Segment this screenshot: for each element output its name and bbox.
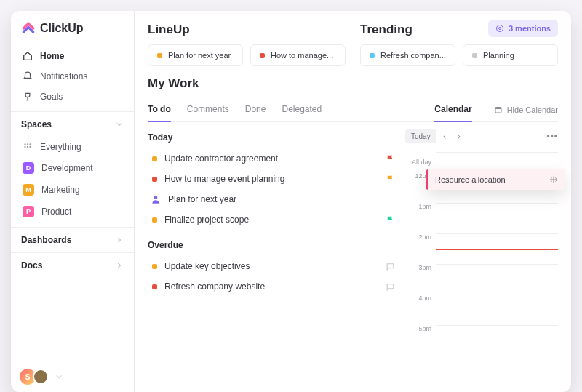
trending-item[interactable]: Planning [463,44,558,66]
trophy-icon [23,92,33,102]
trending-item-label: Refresh compan... [380,51,446,60]
lineup-item-label: Plan for next year [168,51,231,60]
hide-calendar-button[interactable]: Hide Calendar [494,105,558,114]
task-row[interactable]: Plan for next year [148,189,395,209]
flag-icon [386,154,395,164]
chevron-right-icon [115,236,124,244]
task-row[interactable]: How to manage event planning [148,169,395,189]
space-product[interactable]: P Product [17,201,128,223]
hour-label: 1pm [405,203,436,210]
trending-section: 3 mentions Trending Refresh compan... Pl… [360,23,558,66]
flag-icon [386,215,395,225]
task-label: Plan for next year [168,194,395,204]
status-dot [152,156,157,161]
user-avatars[interactable]: S [11,361,134,392]
task-label: Refresh company website [164,281,378,292]
nav-notifications-label: Notifications [40,71,87,81]
status-dot [370,53,375,58]
svg-point-7 [498,28,501,30]
space-marketing-label: Marketing [41,185,80,195]
nav-home-label: Home [40,51,64,61]
chevron-left-icon [441,133,448,140]
tab-comments[interactable]: Comments [187,98,229,121]
space-badge: D [23,162,34,174]
nav-goals-label: Goals [40,92,63,102]
hour-label: 5pm [405,325,436,332]
trending-item[interactable]: Refresh compan... [360,44,455,66]
nav-goals[interactable]: Goals [17,87,128,107]
tab-delegated[interactable]: Delegated [282,98,322,121]
svg-point-0 [24,143,25,145]
lineup-title: LineUp [148,23,346,37]
space-everything-label: Everything [40,142,81,152]
chevron-down-icon [115,120,124,129]
hour-label: 3pm [405,264,436,271]
svg-point-6 [496,25,503,32]
status-dot [157,53,162,58]
hour-label: 4pm [405,295,436,302]
task-row[interactable]: Update contractor agreement [148,148,395,169]
dashboards-label: Dashboards [21,235,71,245]
calendar-allday-label: All day [405,156,436,166]
svg-point-9 [154,196,158,199]
calendar-grid: All day Resource allocation 12pm 1pm 2pm… [405,152,558,356]
logo[interactable]: ClickUp [11,21,134,46]
person-icon [151,194,161,204]
spaces-list: Everything D Development M Marketing P P… [11,137,134,223]
group-today: Today [148,132,395,143]
sidebar: ClickUp Home Notifications Goals Spaces [11,11,135,392]
calendar-more-button[interactable]: ••• [546,132,558,142]
spaces-header[interactable]: Spaces [11,111,134,137]
space-badge: P [23,206,34,217]
space-marketing[interactable]: M Marketing [17,179,128,201]
trending-item-label: Planning [483,51,514,60]
tab-done[interactable]: Done [245,98,266,121]
calendar-prev-button[interactable] [438,130,451,143]
nav-notifications[interactable]: Notifications [17,66,128,87]
docs-header[interactable]: Docs [11,252,134,278]
bell-icon [23,71,33,81]
chevron-right-icon [455,133,463,140]
event-title: Resource allocation [435,175,506,184]
chat-icon [386,262,395,271]
mentions-text: 3 mentions [509,24,551,33]
tab-todo[interactable]: To do [148,98,171,121]
calendar-event[interactable]: Resource allocation [426,169,565,190]
main-content: LineUp Plan for next year How to manage.… [135,11,571,392]
move-icon [549,175,558,184]
status-dot [152,217,157,223]
tab-calendar[interactable]: Calendar [434,98,471,121]
space-everything[interactable]: Everything [17,137,128,157]
my-work-title: My Work [148,76,558,91]
nav-home[interactable]: Home [17,46,128,66]
status-dot [152,284,157,289]
calendar-icon [494,105,503,114]
space-badge: M [23,184,34,196]
task-row[interactable]: Update key objectives [148,256,395,276]
calendar-next-button[interactable] [453,130,466,143]
status-dot [260,53,265,58]
space-development[interactable]: D Development [17,157,128,179]
task-label: Update key objectives [164,261,378,271]
lineup-item[interactable]: How to manage... [250,44,346,66]
task-row[interactable]: Refresh company website [148,276,395,297]
avatar [33,369,49,385]
svg-point-4 [27,146,28,148]
hour-label: 2pm [405,233,436,241]
task-label: Update contractor agreement [164,153,378,164]
top-row: LineUp Plan for next year How to manage.… [148,23,558,66]
docs-label: Docs [21,260,42,271]
svg-point-3 [24,146,25,148]
mentions-badge[interactable]: 3 mentions [488,20,558,37]
primary-nav: Home Notifications Goals [11,46,134,107]
task-label: Finalize project scope [164,215,378,225]
work-body: Today Update contractor agreement How to… [148,122,558,356]
calendar-today-button[interactable]: Today [405,129,436,143]
lineup-item[interactable]: Plan for next year [148,44,243,66]
calendar-column: Today ••• All day Resource allocation 12… [405,122,558,356]
dashboards-header[interactable]: Dashboards [11,227,134,252]
task-row[interactable]: Finalize project scope [148,209,395,230]
chevron-down-icon [55,372,63,381]
spaces-label: Spaces [21,119,52,129]
home-icon [23,51,33,61]
